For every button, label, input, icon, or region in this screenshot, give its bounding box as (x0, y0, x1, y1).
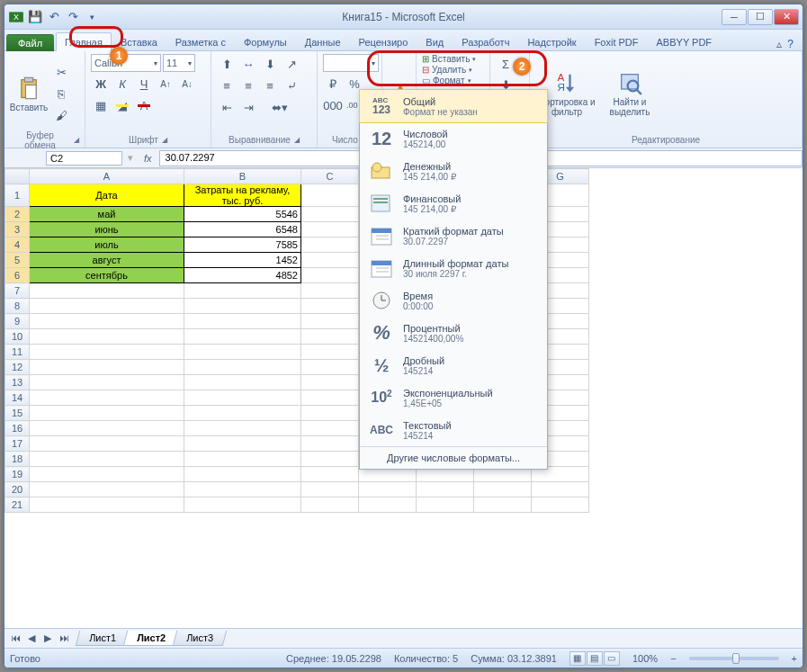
paste-button[interactable]: Вставить (10, 54, 48, 133)
format-option[interactable]: ½Дробный145214 (360, 349, 547, 381)
clipboard-launcher[interactable]: ◢ (74, 136, 79, 144)
increase-decimal-button[interactable]: .00 (345, 95, 360, 115)
sheet-tab[interactable]: Лист2 (123, 631, 180, 646)
format-option[interactable]: 102Экспоненциальный1,45E+05 (360, 381, 547, 414)
row-header[interactable]: 21 (5, 497, 30, 513)
cell[interactable] (301, 283, 359, 299)
cell[interactable] (359, 482, 417, 497)
format-cells-button[interactable]: ▭Формат▾ (422, 76, 484, 85)
cell[interactable]: июнь (30, 222, 184, 237)
view-break-button[interactable]: ▭ (604, 651, 620, 666)
align-middle-button[interactable]: ↔ (238, 54, 258, 74)
font-size-combo[interactable]: 11▾ (163, 54, 195, 72)
merge-button[interactable]: ⬌▾ (260, 97, 300, 117)
format-option[interactable]: Финансовый145 214,00 ₽ (360, 187, 547, 220)
tab-вид[interactable]: Вид (417, 32, 453, 51)
cell[interactable] (301, 406, 359, 421)
ribbon-min-icon[interactable]: ▵ (776, 38, 782, 50)
format-option[interactable]: ABCТекстовый145214 (360, 414, 547, 446)
cell[interactable] (532, 497, 589, 513)
qat-more-icon[interactable]: ▾ (84, 9, 100, 25)
cell[interactable] (474, 482, 532, 497)
cell[interactable] (301, 299, 359, 314)
tab-abbyy pdf[interactable]: ABBYY PDF (648, 32, 722, 51)
format-option[interactable]: Денежный145 214,00 ₽ (360, 155, 547, 187)
cell[interactable]: сентябрь (30, 268, 184, 283)
align-top-button[interactable]: ⬆ (217, 54, 237, 74)
cell[interactable] (184, 360, 301, 375)
tab-надстройк[interactable]: Надстройк (518, 32, 585, 51)
sheet-tab[interactable]: Лист1 (76, 631, 130, 646)
align-launcher[interactable]: ◢ (294, 136, 300, 144)
cell[interactable] (30, 497, 184, 513)
tab-данные[interactable]: Данные (296, 32, 350, 51)
align-right-button[interactable]: ≡ (260, 76, 280, 95)
comma-button[interactable]: 000 (323, 95, 343, 115)
row-header[interactable]: 5 (5, 253, 30, 268)
cell[interactable] (301, 360, 359, 375)
fill-color-button[interactable]: ◢ (112, 95, 132, 115)
zoom-level[interactable]: 100% (632, 653, 658, 664)
borders-button[interactable]: ▦ (91, 95, 111, 115)
save-icon[interactable]: 💾 (27, 9, 43, 25)
row-header[interactable]: 20 (5, 482, 30, 497)
cell[interactable] (184, 345, 301, 360)
cell[interactable] (184, 452, 301, 467)
row-header[interactable]: 6 (5, 268, 30, 283)
cell[interactable] (301, 497, 359, 513)
cell[interactable] (30, 452, 184, 467)
zoom-out-button[interactable]: − (670, 653, 676, 664)
cell[interactable] (184, 482, 301, 497)
col-header[interactable]: B (184, 169, 301, 184)
cell[interactable] (30, 345, 184, 360)
number-format-combo[interactable]: ▾ (323, 54, 379, 72)
cell[interactable] (301, 268, 359, 283)
font-color-button[interactable]: A (134, 95, 154, 115)
tab-рецензиро[interactable]: Рецензиро (350, 32, 417, 51)
cell[interactable]: Затраты на рекламу, тыс. руб. (184, 184, 301, 207)
cell[interactable] (532, 482, 589, 497)
cut-icon[interactable]: ✂ (51, 62, 71, 82)
align-bottom-button[interactable]: ⬇ (260, 54, 280, 74)
cell[interactable] (301, 436, 359, 452)
row-header[interactable]: 8 (5, 299, 30, 314)
cell[interactable] (184, 390, 301, 406)
tab-foxit pdf[interactable]: Foxit PDF (586, 32, 648, 51)
cell[interactable] (417, 497, 474, 513)
cell[interactable] (30, 482, 184, 497)
view-normal-button[interactable]: ▦ (569, 651, 586, 666)
help-icon[interactable]: ? (787, 38, 794, 50)
cell[interactable] (30, 406, 184, 421)
copy-icon[interactable]: ⎘ (51, 84, 71, 103)
row-header[interactable]: 17 (5, 436, 30, 452)
cell[interactable]: 5546 (184, 207, 301, 222)
row-header[interactable]: 4 (5, 237, 30, 253)
tab-разработч[interactable]: Разработч (453, 32, 518, 51)
wrap-text-button[interactable]: ⤶ (282, 76, 301, 95)
cell[interactable] (474, 497, 532, 513)
close-button[interactable]: ✕ (774, 9, 799, 25)
row-header[interactable]: 14 (5, 390, 30, 406)
row-header[interactable]: 1 (5, 184, 30, 207)
cell[interactable] (301, 421, 359, 436)
cell[interactable] (184, 436, 301, 452)
row-header[interactable]: 18 (5, 452, 30, 467)
delete-cells-button[interactable]: ⊟Удалить▾ (422, 65, 484, 75)
cell[interactable] (30, 329, 184, 345)
maximize-button[interactable]: ☐ (748, 9, 773, 25)
cell[interactable] (301, 390, 359, 406)
row-header[interactable]: 7 (5, 283, 30, 299)
col-header[interactable]: A (30, 169, 184, 184)
row-header[interactable]: 13 (5, 375, 30, 390)
cell[interactable] (184, 375, 301, 390)
orientation-button[interactable]: ↗ (282, 54, 301, 74)
tab-разметка с[interactable]: Разметка с (166, 32, 235, 51)
row-header[interactable]: 16 (5, 421, 30, 436)
format-option[interactable]: Длинный формат даты30 июля 2297 г. (360, 252, 547, 284)
cell[interactable] (301, 237, 359, 253)
cell[interactable] (301, 375, 359, 390)
cell[interactable]: 4852 (184, 268, 301, 283)
cell[interactable] (184, 421, 301, 436)
cell[interactable] (184, 406, 301, 421)
italic-button[interactable]: К (112, 74, 132, 94)
